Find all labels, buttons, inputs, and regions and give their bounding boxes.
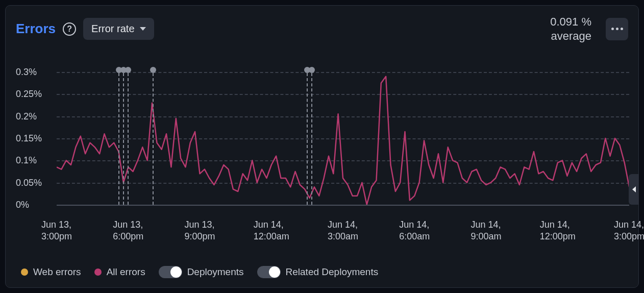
x-tick-label: Jun 13, 9:00pm	[184, 219, 215, 243]
legend-web-errors[interactable]: Web errors	[21, 266, 81, 278]
y-tick-label: 0%	[16, 200, 29, 210]
x-tick-label: Jun 13, 3:00pm	[41, 219, 72, 243]
errors-panel: Errors ? Error rate 0.091 % average 0%0.…	[5, 5, 639, 288]
summary-block: 0.091 % average	[550, 15, 591, 43]
toggle-deployments[interactable]	[159, 266, 182, 278]
series-all-errors	[57, 77, 629, 205]
legend-related-deployments: Related Deployments	[257, 266, 379, 278]
deployment-marker-line	[153, 73, 154, 205]
chart-plot[interactable]	[57, 72, 629, 205]
help-icon[interactable]: ?	[63, 22, 76, 36]
x-tick-label: Jun 14, 12:00pm	[540, 219, 576, 243]
deployment-marker-line	[307, 73, 308, 205]
metric-dropdown-label: Error rate	[91, 23, 134, 35]
deployment-marker-icon[interactable]	[309, 67, 315, 73]
y-tick-label: 0.05%	[16, 177, 42, 188]
deployment-marker-line	[118, 73, 119, 205]
panel-title: Errors	[16, 21, 56, 37]
grid-line	[57, 205, 629, 206]
summary-label: average	[550, 29, 591, 43]
chart-legend: Web errors All errors Deployments Relate…	[21, 266, 378, 278]
y-tick-label: 0.3%	[16, 67, 37, 78]
chart-area: 0%0.05%0.1%0.15%0.2%0.25%0.3%	[16, 72, 629, 215]
chevron-left-icon	[632, 186, 636, 192]
deployment-marker-line	[123, 73, 124, 205]
x-tick-label: Jun 14, 6:00am	[399, 219, 430, 243]
legend-deployments: Deployments	[159, 266, 244, 278]
swatch-all-errors	[94, 268, 102, 276]
y-tick-label: 0.25%	[16, 89, 42, 100]
x-axis-labels: Jun 13, 3:00pmJun 13, 6:00pmJun 13, 9:00…	[57, 219, 628, 245]
y-tick-label: 0.2%	[16, 111, 37, 121]
swatch-web-errors	[21, 268, 28, 276]
deployment-marker-line	[311, 73, 312, 205]
chevron-down-icon	[140, 27, 146, 31]
x-tick-label: Jun 14, 9:00am	[470, 219, 501, 243]
x-tick-label: Jun 14, 12:00am	[254, 219, 289, 243]
x-tick-label: Jun 13, 6:00pm	[113, 219, 143, 243]
metric-dropdown[interactable]: Error rate	[83, 18, 154, 40]
x-tick-label: Jun 14, 3:00am	[328, 219, 358, 243]
deployment-marker-icon[interactable]	[125, 67, 131, 73]
panel-header: Errors ? Error rate 0.091 % average	[16, 15, 628, 43]
y-tick-label: 0.15%	[16, 133, 42, 144]
side-collapse-tab[interactable]	[629, 174, 639, 205]
panel-menu-button[interactable]	[606, 18, 628, 40]
y-tick-label: 0.1%	[16, 155, 37, 166]
ellipsis-icon	[611, 28, 623, 30]
deployment-marker-icon[interactable]	[150, 67, 156, 73]
legend-all-errors[interactable]: All errors	[94, 266, 145, 278]
deployment-marker-line	[128, 73, 129, 205]
toggle-related-deployments[interactable]	[257, 266, 281, 278]
x-tick-label: Jun 14, 3:00pm	[614, 219, 644, 243]
summary-value: 0.091 %	[550, 15, 591, 29]
